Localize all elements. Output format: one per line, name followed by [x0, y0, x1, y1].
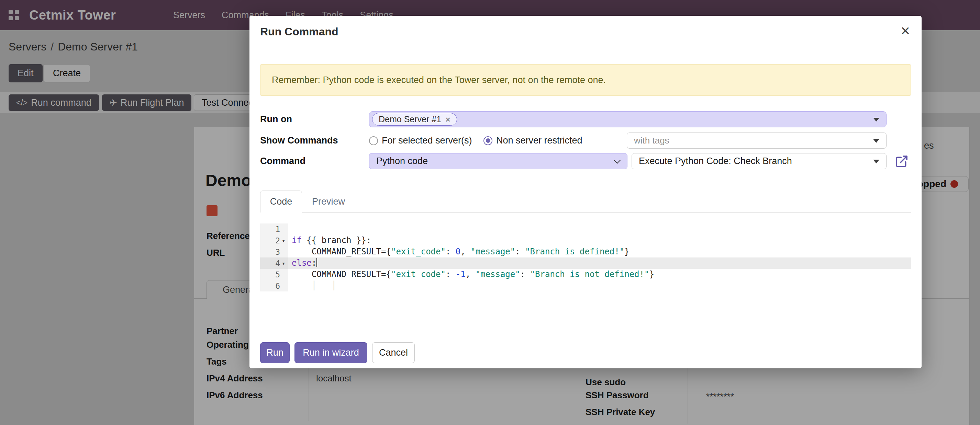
gutter-line-number[interactable]: 6	[260, 280, 288, 292]
chevron-down-icon	[873, 160, 879, 163]
code-line[interactable]: else:	[288, 257, 911, 269]
show-commands-label: Show Commands	[260, 133, 338, 149]
server-tag-label: Demo Server #1	[379, 114, 441, 124]
editor-gutter[interactable]: 1 2▾3 4▾5 6	[260, 224, 288, 292]
with-tags-select[interactable]: with tags	[627, 133, 886, 149]
radio-label: For selected server(s)	[382, 135, 472, 146]
run-command-modal: Run Command × Remember: Python code is e…	[250, 16, 921, 368]
command-type-value: Python code	[376, 156, 428, 167]
external-link-icon[interactable]	[895, 154, 908, 168]
tab-border	[260, 212, 911, 212]
text-cursor	[317, 258, 317, 267]
fold-arrow-icon[interactable]: ▾	[280, 260, 287, 267]
radio-icon[interactable]	[369, 136, 378, 145]
fold-spacer	[280, 271, 287, 278]
gutter-line-number[interactable]: 1	[260, 224, 288, 235]
radio-option-selected-servers[interactable]: For selected server(s)	[369, 133, 472, 149]
tab-preview[interactable]: Preview	[306, 190, 351, 212]
run-button[interactable]: Run	[260, 342, 290, 363]
fold-spacer	[280, 226, 287, 233]
server-tag[interactable]: Demo Server #1 ×	[372, 113, 457, 126]
radio-option-non-restricted[interactable]: Non server restricted	[484, 133, 582, 149]
chevron-down-icon	[873, 118, 879, 122]
tab-code[interactable]: Code	[260, 190, 302, 212]
fold-spacer	[280, 249, 287, 255]
code-line[interactable]: if {{ branch }}:	[288, 235, 911, 246]
gutter-line-number[interactable]: 2▾	[260, 235, 288, 246]
code-line[interactable]: COMMAND_RESULT={"exit_code": -1, "messag…	[288, 269, 911, 280]
fold-arrow-icon[interactable]: ▾	[280, 237, 287, 244]
gutter-line-number[interactable]: 5	[260, 269, 288, 280]
code-line[interactable]	[288, 224, 911, 235]
command-value: Execute Python Code: Check Branch	[639, 156, 792, 167]
radio-label: Non server restricted	[496, 135, 582, 146]
close-icon[interactable]: ×	[900, 23, 910, 38]
command-type-select[interactable]: Python code	[369, 153, 627, 169]
cancel-button[interactable]: Cancel	[372, 342, 415, 363]
with-tags-placeholder: with tags	[634, 135, 669, 146]
fold-spacer	[280, 282, 287, 289]
run-on-label: Run on	[260, 111, 292, 127]
radio-checked-icon[interactable]	[484, 136, 492, 145]
code-line[interactable]: │ │	[288, 280, 911, 292]
screen: Cetmix Tower Servers Commands Files Tool…	[0, 0, 980, 425]
run-in-wizard-button[interactable]: Run in wizard	[294, 342, 368, 363]
tag-remove-icon[interactable]: ×	[445, 115, 450, 124]
command-select[interactable]: Execute Python Code: Check Branch	[632, 153, 886, 169]
chevron-down-icon	[873, 139, 879, 143]
chevron-down-icon	[614, 157, 620, 164]
modal-title: Run Command	[260, 25, 339, 38]
run-on-field[interactable]: Demo Server #1 ×	[369, 111, 886, 127]
editor-code[interactable]: if {{ branch }}: COMMAND_RESULT={"exit_c…	[288, 224, 911, 292]
gutter-line-number[interactable]: 3	[260, 246, 288, 257]
gutter-line-number[interactable]: 4▾	[260, 257, 288, 269]
warning-alert: Remember: Python code is executed on the…	[260, 64, 911, 96]
code-line[interactable]: COMMAND_RESULT={"exit_code": 0, "message…	[288, 246, 911, 257]
command-label: Command	[260, 153, 305, 169]
